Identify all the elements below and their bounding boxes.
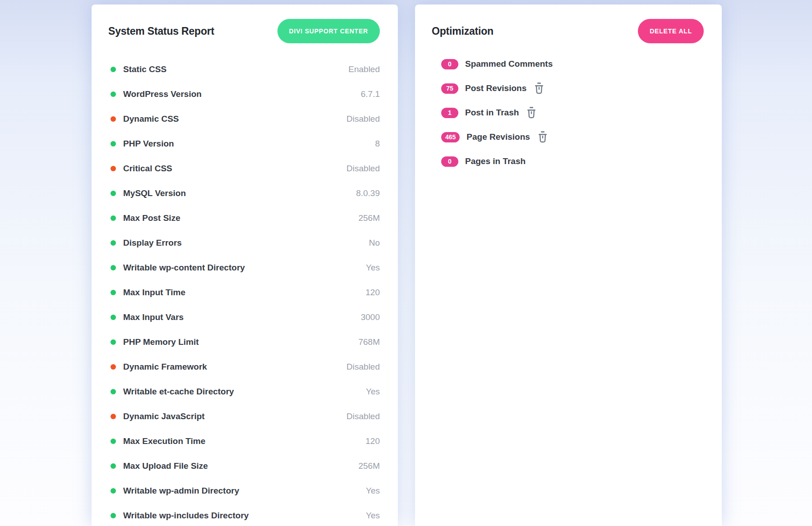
status-row: Max Upload File Size 256M	[92, 453, 398, 478]
status-row: Writable wp-admin Directory Yes	[92, 478, 398, 503]
status-dot-icon	[111, 339, 116, 345]
status-dot-icon	[111, 364, 116, 370]
status-value: 8	[375, 139, 380, 149]
trash-icon[interactable]	[526, 107, 536, 119]
status-row: Max Input Time 120	[92, 280, 398, 305]
status-row: Display Errors No	[92, 230, 398, 255]
status-dot-icon	[111, 215, 116, 221]
status-dot-icon	[111, 91, 116, 97]
status-label: Max Post Size	[123, 213, 180, 223]
status-value: 120	[365, 288, 380, 297]
status-label: Dynamic JavaScript	[123, 412, 205, 421]
optimization-label: Post Revisions	[465, 83, 526, 93]
optimization-label: Page Revisions	[466, 132, 530, 142]
status-row: PHP Memory Limit 768M	[92, 329, 398, 354]
status-dot-icon	[111, 240, 116, 246]
optimization-header: Optimization DELETE ALL	[415, 5, 722, 43]
optimization-label: Post in Trash	[465, 108, 519, 118]
status-dot-icon	[111, 67, 116, 72]
system-status-title: System Status Report	[108, 25, 214, 37]
status-dot-icon	[111, 488, 116, 494]
status-row: Dynamic CSS Disabled	[92, 106, 398, 131]
status-value: 120	[365, 436, 380, 446]
status-label: WordPress Version	[123, 89, 202, 99]
status-value: Disabled	[346, 362, 380, 372]
status-label: Max Upload File Size	[123, 461, 208, 471]
status-value: 8.0.39	[356, 188, 380, 198]
status-dot-icon	[111, 191, 116, 196]
status-value: No	[369, 238, 380, 248]
status-value: 256M	[358, 461, 380, 471]
count-badge: 465	[441, 132, 460, 142]
status-label: Writable wp-admin Directory	[123, 486, 239, 496]
status-row: Dynamic Framework Disabled	[92, 354, 398, 379]
status-row: PHP Version 8	[92, 131, 398, 156]
status-value: Disabled	[346, 164, 380, 174]
status-value: Yes	[366, 387, 380, 397]
status-dot-icon	[111, 265, 116, 270]
status-row: Max Input Vars 3000	[92, 305, 398, 329]
status-dot-icon	[111, 439, 116, 444]
status-row: Dynamic JavaScript Disabled	[92, 404, 398, 429]
status-value: Yes	[366, 511, 380, 521]
optimization-row: 1 Post in Trash	[415, 101, 722, 125]
status-value: Yes	[366, 486, 380, 496]
status-value: 6.7.1	[361, 89, 380, 99]
status-label: Static CSS	[123, 64, 166, 74]
system-status-list: Static CSS Enabled WordPress Version 6.7…	[92, 57, 398, 526]
status-row: Max Post Size 256M	[92, 206, 398, 230]
status-label: Max Input Time	[123, 288, 185, 297]
status-row: Max Execution Time 120	[92, 429, 398, 453]
status-label: Writable wp-content Directory	[123, 263, 245, 273]
status-dot-icon	[111, 116, 116, 122]
count-badge: 0	[441, 59, 458, 69]
status-row: WordPress Version 6.7.1	[92, 82, 398, 106]
divi-support-center-button[interactable]: DIVI SUPPORT CENTER	[277, 19, 380, 43]
count-badge: 75	[441, 83, 458, 94]
status-value: Enabled	[348, 64, 380, 74]
delete-all-button[interactable]: DELETE ALL	[638, 19, 704, 43]
status-label: MySQL Version	[123, 188, 186, 198]
status-dot-icon	[111, 513, 116, 518]
optimization-list: 0 Spammed Comments 75 Post Revisions 1 P…	[415, 52, 722, 174]
status-value: Yes	[366, 263, 380, 273]
status-row: Static CSS Enabled	[92, 57, 398, 82]
status-label: Writable wp-includes Directory	[123, 511, 249, 521]
status-label: Max Execution Time	[123, 436, 205, 446]
status-label: Dynamic CSS	[123, 114, 179, 124]
status-row: Writable wp-includes Directory Yes	[92, 503, 398, 526]
status-dot-icon	[111, 315, 116, 320]
status-value: 768M	[358, 337, 380, 347]
status-label: Dynamic Framework	[123, 362, 207, 372]
trash-icon[interactable]	[538, 131, 548, 143]
optimization-label: Pages in Trash	[465, 156, 526, 166]
status-label: Critical CSS	[123, 164, 172, 174]
status-value: Disabled	[346, 114, 380, 124]
status-dot-icon	[111, 389, 116, 394]
optimization-label: Spammed Comments	[465, 59, 553, 69]
status-label: Display Errors	[123, 238, 182, 248]
status-dot-icon	[111, 290, 116, 295]
optimization-title: Optimization	[432, 25, 494, 37]
optimization-row: 75 Post Revisions	[415, 76, 722, 101]
optimization-row: 0 Spammed Comments	[415, 52, 722, 76]
status-label: Max Input Vars	[123, 312, 184, 322]
status-value: Disabled	[346, 412, 380, 421]
status-label: PHP Version	[123, 139, 174, 149]
status-row: Critical CSS Disabled	[92, 156, 398, 181]
status-dot-icon	[111, 141, 116, 146]
system-status-header: System Status Report DIVI SUPPORT CENTER	[92, 5, 398, 43]
count-badge: 1	[441, 108, 458, 118]
status-dot-icon	[111, 414, 116, 419]
count-badge: 0	[441, 156, 458, 167]
status-dot-icon	[111, 166, 116, 171]
status-value: 3000	[361, 312, 380, 322]
status-label: Writable et-cache Directory	[123, 387, 234, 397]
status-row: Writable et-cache Directory Yes	[92, 379, 398, 404]
trash-icon[interactable]	[534, 82, 544, 94]
status-row: MySQL Version 8.0.39	[92, 181, 398, 206]
status-row: Writable wp-content Directory Yes	[92, 255, 398, 280]
system-status-card: System Status Report DIVI SUPPORT CENTER…	[92, 5, 398, 526]
optimization-row: 465 Page Revisions	[415, 125, 722, 149]
optimization-row: 0 Pages in Trash	[415, 149, 722, 174]
